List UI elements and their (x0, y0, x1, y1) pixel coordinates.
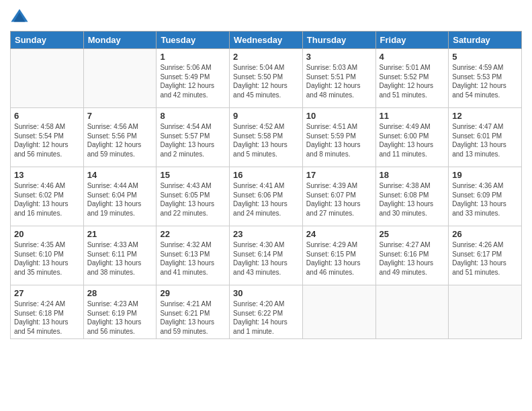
page-container: SundayMondayTuesdayWednesdayThursdayFrid… (0, 0, 532, 346)
calendar-cell: 15Sunrise: 4:43 AM Sunset: 6:05 PM Dayli… (157, 167, 230, 226)
weekday-header-row: SundayMondayTuesdayWednesdayThursdayFrid… (11, 32, 522, 49)
cell-info: Sunrise: 4:43 AM Sunset: 6:05 PM Dayligh… (160, 181, 226, 218)
cell-info: Sunrise: 5:06 AM Sunset: 5:49 PM Dayligh… (160, 63, 226, 99)
calendar-cell (449, 285, 522, 339)
cell-info: Sunrise: 4:46 AM Sunset: 6:02 PM Dayligh… (14, 181, 80, 218)
day-number: 19 (452, 170, 518, 180)
day-number: 2 (233, 52, 299, 62)
cell-info: Sunrise: 4:24 AM Sunset: 6:18 PM Dayligh… (14, 300, 80, 336)
calendar-cell: 13Sunrise: 4:46 AM Sunset: 6:02 PM Dayli… (11, 167, 84, 226)
calendar-cell: 10Sunrise: 4:51 AM Sunset: 5:59 PM Dayli… (302, 108, 375, 167)
calendar-cell: 2Sunrise: 5:04 AM Sunset: 5:50 PM Daylig… (230, 49, 303, 108)
calendar-cell: 21Sunrise: 4:33 AM Sunset: 6:11 PM Dayli… (83, 226, 157, 285)
day-number: 21 (87, 229, 153, 239)
calendar-cell: 16Sunrise: 4:41 AM Sunset: 6:06 PM Dayli… (230, 167, 303, 226)
day-number: 6 (14, 111, 80, 121)
day-number: 15 (160, 170, 226, 180)
calendar-week-row: 27Sunrise: 4:24 AM Sunset: 6:18 PM Dayli… (11, 285, 522, 339)
cell-info: Sunrise: 4:59 AM Sunset: 5:53 PM Dayligh… (452, 63, 518, 99)
calendar-cell: 29Sunrise: 4:21 AM Sunset: 6:21 PM Dayli… (157, 285, 230, 339)
cell-info: Sunrise: 4:29 AM Sunset: 6:15 PM Dayligh… (306, 240, 372, 277)
weekday-header: Wednesday (230, 32, 303, 49)
day-number: 10 (306, 111, 372, 121)
calendar-cell (302, 285, 375, 339)
day-number: 22 (160, 229, 226, 239)
calendar-cell: 12Sunrise: 4:47 AM Sunset: 6:01 PM Dayli… (449, 108, 522, 167)
cell-info: Sunrise: 4:39 AM Sunset: 6:07 PM Dayligh… (306, 181, 372, 218)
cell-info: Sunrise: 4:23 AM Sunset: 6:19 PM Dayligh… (87, 300, 153, 336)
calendar-week-row: 1Sunrise: 5:06 AM Sunset: 5:49 PM Daylig… (11, 49, 522, 108)
calendar-cell: 28Sunrise: 4:23 AM Sunset: 6:19 PM Dayli… (83, 285, 157, 339)
weekday-header: Sunday (11, 32, 84, 49)
cell-info: Sunrise: 5:03 AM Sunset: 5:51 PM Dayligh… (306, 63, 372, 99)
calendar-cell: 6Sunrise: 4:58 AM Sunset: 5:54 PM Daylig… (11, 108, 84, 167)
cell-info: Sunrise: 4:26 AM Sunset: 6:17 PM Dayligh… (452, 240, 518, 277)
weekday-header: Tuesday (157, 32, 230, 49)
day-number: 8 (160, 111, 226, 121)
cell-info: Sunrise: 4:33 AM Sunset: 6:11 PM Dayligh… (87, 240, 153, 277)
calendar-cell: 9Sunrise: 4:52 AM Sunset: 5:58 PM Daylig… (230, 108, 303, 167)
calendar-week-row: 6Sunrise: 4:58 AM Sunset: 5:54 PM Daylig… (11, 108, 522, 167)
cell-info: Sunrise: 4:58 AM Sunset: 5:54 PM Dayligh… (14, 122, 80, 158)
cell-info: Sunrise: 4:32 AM Sunset: 6:13 PM Dayligh… (160, 240, 226, 277)
calendar-cell: 3Sunrise: 5:03 AM Sunset: 5:51 PM Daylig… (302, 49, 375, 108)
day-number: 16 (233, 170, 299, 180)
cell-info: Sunrise: 4:35 AM Sunset: 6:10 PM Dayligh… (14, 240, 80, 277)
calendar-cell (375, 285, 449, 339)
cell-info: Sunrise: 4:47 AM Sunset: 6:01 PM Dayligh… (452, 122, 518, 158)
calendar-cell: 19Sunrise: 4:36 AM Sunset: 6:09 PM Dayli… (449, 167, 522, 226)
calendar-cell: 8Sunrise: 4:54 AM Sunset: 5:57 PM Daylig… (157, 108, 230, 167)
calendar-cell: 7Sunrise: 4:56 AM Sunset: 5:56 PM Daylig… (83, 108, 157, 167)
day-number: 14 (87, 170, 153, 180)
cell-info: Sunrise: 4:21 AM Sunset: 6:21 PM Dayligh… (160, 300, 226, 336)
calendar-cell: 27Sunrise: 4:24 AM Sunset: 6:18 PM Dayli… (11, 285, 84, 339)
calendar-cell: 22Sunrise: 4:32 AM Sunset: 6:13 PM Dayli… (157, 226, 230, 285)
cell-info: Sunrise: 4:20 AM Sunset: 6:22 PM Dayligh… (233, 300, 299, 336)
day-number: 12 (452, 111, 518, 121)
day-number: 11 (380, 111, 445, 121)
day-number: 5 (452, 52, 518, 62)
logo-icon (10, 7, 29, 26)
calendar-cell (83, 49, 157, 108)
cell-info: Sunrise: 4:30 AM Sunset: 6:14 PM Dayligh… (233, 240, 299, 277)
cell-info: Sunrise: 4:44 AM Sunset: 6:04 PM Dayligh… (87, 181, 153, 218)
calendar-cell: 1Sunrise: 5:06 AM Sunset: 5:49 PM Daylig… (157, 49, 230, 108)
cell-info: Sunrise: 4:36 AM Sunset: 6:09 PM Dayligh… (452, 181, 518, 218)
cell-info: Sunrise: 4:38 AM Sunset: 6:08 PM Dayligh… (380, 181, 445, 218)
cell-info: Sunrise: 4:52 AM Sunset: 5:58 PM Dayligh… (233, 122, 299, 158)
cell-info: Sunrise: 4:56 AM Sunset: 5:56 PM Dayligh… (87, 122, 153, 158)
day-number: 17 (306, 170, 372, 180)
cell-info: Sunrise: 5:01 AM Sunset: 5:52 PM Dayligh… (380, 63, 445, 99)
calendar-cell: 20Sunrise: 4:35 AM Sunset: 6:10 PM Dayli… (11, 226, 84, 285)
cell-info: Sunrise: 5:04 AM Sunset: 5:50 PM Dayligh… (233, 63, 299, 99)
weekday-header: Thursday (302, 32, 375, 49)
weekday-header: Saturday (449, 32, 522, 49)
day-number: 18 (380, 170, 445, 180)
page-header (10, 7, 522, 26)
calendar-week-row: 20Sunrise: 4:35 AM Sunset: 6:10 PM Dayli… (11, 226, 522, 285)
weekday-header: Monday (83, 32, 157, 49)
calendar-cell: 23Sunrise: 4:30 AM Sunset: 6:14 PM Dayli… (230, 226, 303, 285)
cell-info: Sunrise: 4:51 AM Sunset: 5:59 PM Dayligh… (306, 122, 372, 158)
day-number: 27 (14, 288, 80, 298)
weekday-header: Friday (375, 32, 449, 49)
day-number: 13 (14, 170, 80, 180)
calendar-cell: 11Sunrise: 4:49 AM Sunset: 6:00 PM Dayli… (375, 108, 449, 167)
day-number: 7 (87, 111, 153, 121)
logo (10, 7, 30, 26)
calendar-cell: 18Sunrise: 4:38 AM Sunset: 6:08 PM Dayli… (375, 167, 449, 226)
day-number: 25 (380, 229, 445, 239)
calendar-cell: 14Sunrise: 4:44 AM Sunset: 6:04 PM Dayli… (83, 167, 157, 226)
cell-info: Sunrise: 4:49 AM Sunset: 6:00 PM Dayligh… (380, 122, 445, 158)
day-number: 30 (233, 288, 299, 298)
calendar-cell: 4Sunrise: 5:01 AM Sunset: 5:52 PM Daylig… (375, 49, 449, 108)
calendar-cell (11, 49, 84, 108)
cell-info: Sunrise: 4:41 AM Sunset: 6:06 PM Dayligh… (233, 181, 299, 218)
day-number: 28 (87, 288, 153, 298)
day-number: 23 (233, 229, 299, 239)
calendar-cell: 25Sunrise: 4:27 AM Sunset: 6:16 PM Dayli… (375, 226, 449, 285)
cell-info: Sunrise: 4:27 AM Sunset: 6:16 PM Dayligh… (380, 240, 445, 277)
calendar-cell: 5Sunrise: 4:59 AM Sunset: 5:53 PM Daylig… (449, 49, 522, 108)
day-number: 9 (233, 111, 299, 121)
calendar-cell: 24Sunrise: 4:29 AM Sunset: 6:15 PM Dayli… (302, 226, 375, 285)
